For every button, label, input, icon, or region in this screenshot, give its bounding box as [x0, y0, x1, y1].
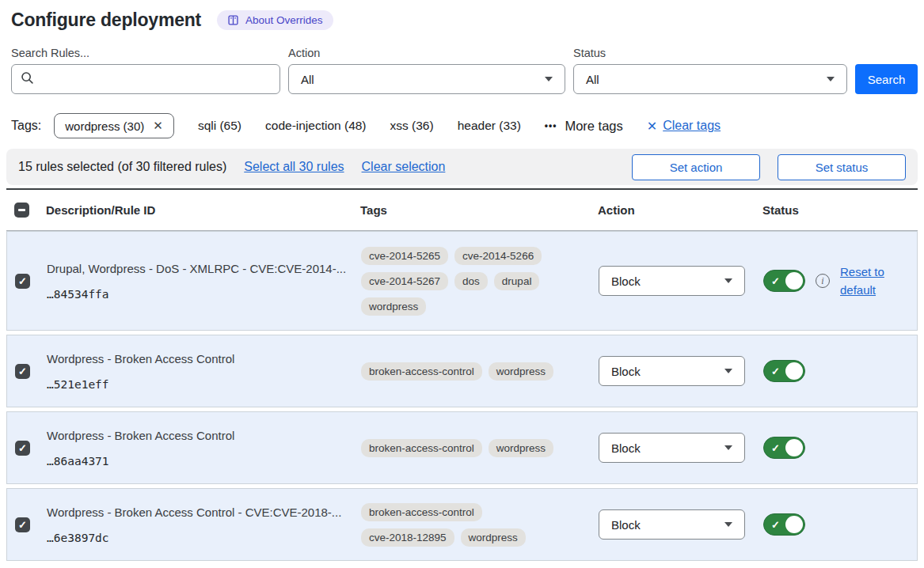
rule-description: Wordpress - Broken Access Control [47, 351, 348, 367]
tag-pill: wordpress [489, 439, 553, 457]
column-header-status: Status [762, 203, 918, 217]
about-overrides-badge[interactable]: About Overrides [217, 10, 333, 30]
set-status-button[interactable]: Set status [778, 154, 906, 180]
tag-pill: cve-2018-12895 [361, 528, 454, 547]
tag-filter-header[interactable]: header (33) [458, 119, 521, 133]
column-header-description: Description/Rule ID [46, 203, 360, 217]
rule-action-value: Block [611, 365, 641, 378]
rule-action-select[interactable]: Block [599, 266, 745, 296]
status-toggle-on[interactable]: ✓ [763, 513, 805, 536]
book-icon [227, 14, 239, 26]
rule-description-cell: Wordpress - Broken Access Control …86aa4… [47, 428, 361, 468]
rule-description: Wordpress - Broken Access Control [47, 428, 348, 444]
row-checkbox[interactable]: ✓ [15, 364, 30, 379]
tag-pill: cve-2014-5267 [361, 272, 448, 290]
rule-tags-cell: broken-access-control wordpress [361, 362, 599, 381]
status-filter-select[interactable]: All [573, 64, 847, 94]
toggle-knob [785, 439, 803, 456]
reset-to-default-link[interactable]: Reset to default [840, 263, 892, 300]
selected-tag-chip-wordpress[interactable]: wordpress (30) ✕ [54, 113, 174, 138]
clear-selection-link[interactable]: Clear selection [362, 160, 446, 174]
status-filter-value: All [586, 73, 599, 86]
more-tags-label: More tags [565, 119, 622, 134]
configure-deployment-page: Configure deployment About Overrides Sea… [0, 0, 924, 568]
clear-tags-button[interactable]: ✕ Clear tags [647, 119, 721, 134]
ellipsis-icon: ••• [545, 120, 557, 131]
toggle-check-icon: ✓ [771, 365, 780, 377]
tag-filter-xss[interactable]: xss (36) [390, 119, 434, 133]
rule-description: Wordpress - Broken Access Control - CVE:… [47, 505, 348, 521]
rule-action-cell: Block [599, 433, 763, 463]
tag-pill: wordpress [361, 297, 426, 316]
tag-filter-sqli[interactable]: sqli (65) [198, 119, 241, 133]
table-header-row: Description/Rule ID Tags Action Status [6, 190, 918, 231]
tag-pill: dos [454, 272, 488, 290]
toggle-check-icon: ✓ [771, 275, 780, 287]
action-filter-field: Action All [288, 47, 565, 94]
tags-label: Tags: [11, 119, 41, 133]
rule-action-value: Block [611, 441, 641, 455]
tag-filter-code-injection[interactable]: code-injection (48) [265, 119, 367, 133]
chevron-down-icon [545, 77, 553, 81]
rule-id: …521e1eff [47, 378, 348, 391]
row-checkbox[interactable]: ✓ [15, 274, 30, 289]
rule-action-cell: Block [599, 266, 763, 296]
chevron-down-icon [724, 522, 732, 527]
search-box[interactable] [11, 64, 280, 94]
search-input[interactable] [41, 72, 271, 87]
action-filter-value: All [301, 73, 314, 86]
select-all-link[interactable]: Select all 30 rules [244, 160, 344, 174]
tag-pill: wordpress [489, 362, 553, 381]
tags-bar: Tags: wordpress (30) ✕ sqli (65) code-in… [11, 113, 918, 138]
search-button[interactable]: Search [855, 64, 918, 94]
checkmark-icon: ✓ [18, 520, 27, 530]
page-header: Configure deployment About Overrides [11, 9, 918, 31]
search-icon [21, 71, 34, 88]
status-toggle-on[interactable]: ✓ [763, 360, 805, 382]
toggle-knob [785, 516, 803, 533]
checkmark-icon: ✓ [18, 366, 27, 377]
rule-id: …86aa4371 [47, 455, 348, 468]
search-rules-label: Search Rules... [11, 47, 280, 59]
status-toggle-on[interactable]: ✓ [763, 437, 805, 459]
tag-pill: drupal [494, 272, 540, 290]
action-filter-select[interactable]: All [288, 64, 565, 94]
info-icon[interactable]: i [816, 274, 830, 288]
rule-id: …6e3897dc [47, 532, 348, 544]
rule-action-select[interactable]: Block [599, 433, 745, 463]
selection-bar: 15 rules selected (of 30 filtered rules)… [6, 149, 918, 185]
filter-bar: Search Rules... Action All Status [11, 47, 918, 94]
select-all-checkbox[interactable] [14, 203, 29, 218]
set-action-button[interactable]: Set action [632, 154, 760, 180]
toggle-check-icon: ✓ [771, 442, 780, 454]
rule-action-select[interactable]: Block [599, 509, 745, 540]
selection-summary: 15 rules selected (of 30 filtered rules) [18, 160, 226, 174]
row-checkbox[interactable]: ✓ [15, 441, 30, 456]
rule-description: Drupal, Wordpress - DoS - XMLRPC - CVE:C… [47, 261, 348, 277]
toggle-check-icon: ✓ [771, 519, 780, 531]
toggle-knob [785, 272, 803, 290]
search-field: Search Rules... [11, 47, 280, 94]
more-tags-button[interactable]: ••• More tags [545, 119, 623, 134]
selected-tag-label: wordpress (30) [65, 119, 144, 133]
table-row: ✓ Wordpress - Broken Access Control …86a… [6, 411, 918, 484]
status-toggle-on[interactable]: ✓ [763, 270, 805, 292]
row-checkbox[interactable]: ✓ [15, 517, 30, 532]
column-header-action: Action [598, 203, 762, 217]
rule-tags-cell: broken-access-control cve-2018-12895 wor… [361, 503, 599, 547]
tag-pill: cve-2014-5265 [361, 247, 448, 265]
rule-action-select[interactable]: Block [599, 356, 745, 386]
rule-tags-cell: cve-2014-5265 cve-2014-5266 cve-2014-526… [361, 247, 599, 316]
remove-tag-icon[interactable]: ✕ [153, 119, 163, 133]
clear-tags-label: Clear tags [663, 119, 721, 133]
rules-table: Description/Rule ID Tags Action Status ✓… [6, 188, 918, 561]
chevron-down-icon [724, 445, 732, 450]
tag-pill: broken-access-control [361, 439, 482, 457]
table-row: ✓ Wordpress - Broken Access Control …521… [6, 335, 918, 407]
rule-description-cell: Wordpress - Broken Access Control - CVE:… [47, 505, 361, 544]
tag-pill: wordpress [461, 528, 526, 547]
rule-tags-cell: broken-access-control wordpress [361, 439, 599, 457]
tag-pill: cve-2014-5266 [454, 247, 542, 265]
action-filter-label: Action [288, 47, 565, 59]
chevron-down-icon [724, 369, 732, 373]
